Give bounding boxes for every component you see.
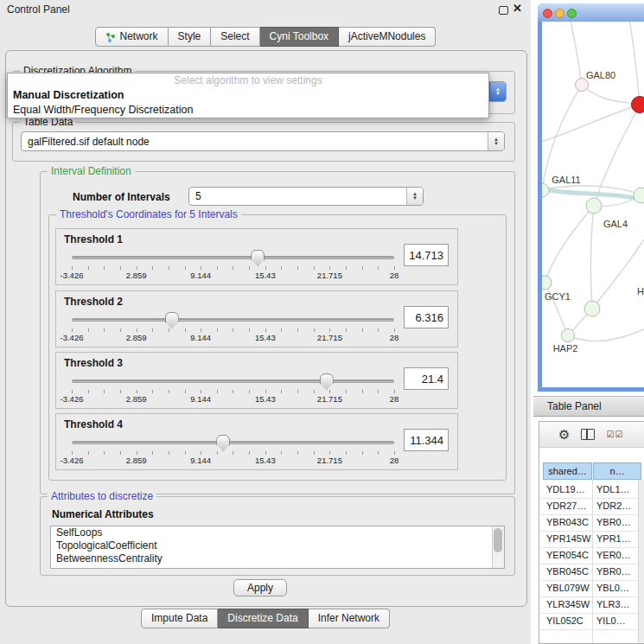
slider-track[interactable] xyxy=(72,256,394,259)
apply-button[interactable]: Apply xyxy=(233,579,287,596)
thresholds-group-title: Threshold's Coordinates for 5 Intervals xyxy=(56,208,241,220)
gear-icon[interactable]: ⚙ xyxy=(558,428,570,441)
cell[interactable]: YBR043C xyxy=(546,517,589,527)
table-panel-title: Table Panel xyxy=(547,400,602,412)
table-data-combobox[interactable]: galFiltered.sif default node ▲ ▼ xyxy=(21,131,505,151)
list-item[interactable]: SelfLoops xyxy=(51,526,504,539)
cell[interactable]: YIL052C xyxy=(546,615,583,626)
dropdown-placeholder: Select algorithm to view settings xyxy=(8,73,488,88)
threshold-1-slider[interactable]: -3.426 2.859 9.144 15.43 21.715 28 xyxy=(72,250,394,281)
table-row[interactable]: YDL19… YDL1… xyxy=(541,481,638,499)
threshold-1-value-field[interactable]: 14.713 xyxy=(404,244,449,266)
network-canvas[interactable]: GAL80 GAL11 GAL4 GCY1 HAP2 H xyxy=(542,22,644,387)
cell[interactable]: YBR0… xyxy=(596,517,631,527)
tab-network[interactable]: Network xyxy=(95,27,169,47)
column-header-name[interactable]: n… xyxy=(593,462,641,480)
combo-stepper-icon[interactable]: ▲ ▼ xyxy=(406,188,423,205)
scale-label: 28 xyxy=(390,456,399,465)
network-node[interactable] xyxy=(542,183,549,197)
table-row[interactable]: YPR145W YPR1… xyxy=(541,531,638,548)
network-node[interactable] xyxy=(584,301,600,316)
zoom-traffic-light[interactable] xyxy=(567,9,577,18)
cell[interactable]: YER0… xyxy=(596,550,631,560)
close-icon[interactable]: ✕ xyxy=(513,2,522,15)
network-node-selected[interactable] xyxy=(632,97,644,113)
cell[interactable]: YLR345W xyxy=(546,599,590,609)
threshold-4-value-field[interactable]: 11.344 xyxy=(404,429,449,451)
table-panel-header[interactable]: Table Panel xyxy=(533,396,644,417)
cell[interactable]: YBL0… xyxy=(596,583,629,593)
columns-icon[interactable] xyxy=(581,429,595,440)
slider-track[interactable] xyxy=(72,318,394,322)
threshold-2-slider[interactable]: -3.426 2.859 9.144 15.43 21.715 28 xyxy=(72,312,394,343)
select-columns-icon[interactable]: ☑☑ xyxy=(606,430,623,439)
tab-jactivemnodules[interactable]: jActiveMNodules xyxy=(339,27,436,47)
slider-track[interactable] xyxy=(72,379,394,383)
scale-label: 21.715 xyxy=(317,456,342,465)
table-row[interactable]: YBL079W YBL0… xyxy=(541,580,638,597)
table-row[interactable]: YBR043C YBR0… xyxy=(541,514,638,532)
slider-thumb[interactable] xyxy=(320,373,334,390)
tab-cyni-toolbox[interactable]: Cyni Toolbox xyxy=(260,27,339,47)
cell[interactable]: YDR2… xyxy=(596,501,631,511)
interval-definition-title: Interval Definition xyxy=(48,165,135,177)
threshold-3-label: Threshold 3 xyxy=(64,357,123,369)
network-node[interactable] xyxy=(634,188,644,203)
threshold-3-value-field[interactable]: 21.4 xyxy=(404,367,449,390)
tab-select[interactable]: Select xyxy=(211,27,259,47)
slider-thumb[interactable] xyxy=(216,435,230,451)
cell[interactable]: YPR1… xyxy=(596,533,631,544)
network-view-window: GAL80 GAL11 GAL4 GCY1 HAP2 H xyxy=(538,3,644,392)
tab-label: Cyni Toolbox xyxy=(270,28,328,46)
cell[interactable]: YDL19… xyxy=(546,484,585,494)
network-icon xyxy=(105,32,116,42)
network-node[interactable] xyxy=(562,329,575,342)
tab-discretize-data[interactable]: Discretize Data xyxy=(218,609,308,628)
slider-thumb[interactable] xyxy=(251,250,265,266)
network-node[interactable] xyxy=(542,276,552,290)
list-item[interactable]: BetweennessCentrality xyxy=(51,552,504,565)
table-row[interactable]: YIL052C YIL0… xyxy=(541,613,638,630)
table-row[interactable]: YBR045C YBR0… xyxy=(541,564,638,581)
cell[interactable]: YPR145W xyxy=(546,533,590,544)
checkbox-icon: ☑ xyxy=(615,430,623,439)
cell[interactable]: YER054C xyxy=(546,550,589,560)
table-scrollbar[interactable] xyxy=(638,480,644,643)
cell[interactable]: YBR045C xyxy=(546,566,589,577)
threshold-4-slider[interactable]: -3.426 2.859 9.144 15.43 21.715 28 xyxy=(72,435,394,466)
list-scrollbar[interactable] xyxy=(492,526,504,568)
table-row[interactable]: YDR27… YDR2… xyxy=(541,498,638,515)
cell[interactable]: YLR3… xyxy=(596,599,630,609)
scale-label: -3.426 xyxy=(61,333,84,342)
threshold-3-slider[interactable]: -3.426 2.859 9.144 15.43 21.715 28 xyxy=(72,373,394,405)
cell[interactable]: YBL079W xyxy=(546,583,590,593)
list-item[interactable]: TopologicalCoefficient xyxy=(51,539,504,552)
close-traffic-light[interactable] xyxy=(543,9,552,18)
cell[interactable]: YDR27… xyxy=(546,501,586,511)
menu-item-manual-discretization[interactable]: Manual Discretization xyxy=(8,88,488,103)
number-of-intervals-combobox[interactable]: 5 ▲ ▼ xyxy=(188,187,424,206)
cell[interactable]: YIL0… xyxy=(596,615,626,626)
slider-track[interactable] xyxy=(72,441,394,444)
cell[interactable]: YBR0… xyxy=(596,566,631,577)
menu-item-equal-width-frequency[interactable]: Equal Width/Frequency Discretization xyxy=(8,103,488,118)
table-row[interactable]: YLR345W YLR3… xyxy=(541,596,638,614)
network-node[interactable] xyxy=(586,198,602,214)
slider-thumb[interactable] xyxy=(165,312,179,328)
scale-label: -3.426 xyxy=(61,271,84,280)
combo-stepper-icon[interactable]: ▲ ▼ xyxy=(488,132,504,150)
scrollbar-thumb[interactable] xyxy=(494,528,502,552)
slider-scale: -3.426 2.859 9.144 15.43 21.715 28 xyxy=(72,271,394,280)
tab-infer-network[interactable]: Infer Network xyxy=(309,609,390,628)
network-window-titlebar[interactable] xyxy=(538,3,644,22)
float-window-icon[interactable] xyxy=(499,6,508,15)
scale-label: 28 xyxy=(390,394,399,404)
threshold-2-value-field[interactable]: 6.316 xyxy=(404,306,449,328)
combo-stepper-icon[interactable]: ▲ ▼ xyxy=(489,82,506,101)
tab-style[interactable]: Style xyxy=(169,27,212,47)
table-row[interactable]: YER054C YER0… xyxy=(541,547,638,564)
minimize-traffic-light[interactable] xyxy=(555,9,564,18)
cell[interactable]: YDL1… xyxy=(596,484,630,494)
column-header-shared-name[interactable]: shared… xyxy=(543,462,592,480)
tab-impute-data[interactable]: Impute Data xyxy=(141,609,218,628)
